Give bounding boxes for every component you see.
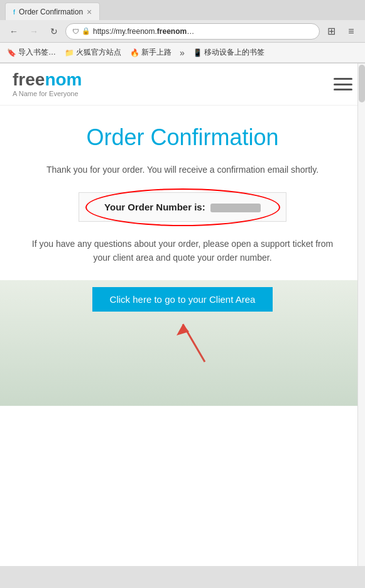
bookmark-label-2: 火狐官方站点 — [76, 47, 121, 58]
page-wrapper: freenom A Name for Everyone Order Confir… — [0, 63, 365, 566]
support-text: If you have any questions about your ord… — [32, 237, 334, 265]
logo-area: freenom A Name for Everyone — [13, 71, 82, 97]
bookmark-icon-2: 📁 — [65, 48, 74, 57]
lock-icon: 🔒 — [82, 27, 90, 35]
active-tab[interactable]: f Order Confirmation × — [5, 3, 100, 20]
hamburger-line-3 — [334, 89, 352, 90]
bookmark-icon-1: 🔖 — [7, 48, 16, 57]
bookmark-icon-4: 📱 — [193, 48, 202, 57]
address-bar[interactable]: 🛡 🔒 https://my.freenom.freenom… — [65, 23, 320, 40]
reload-button[interactable]: ↻ — [45, 23, 63, 40]
bookmark-foxofficial[interactable]: 📁 火狐官方站点 — [62, 46, 124, 59]
tab-close-button[interactable]: × — [87, 7, 92, 17]
bookmark-bar: 🔖 导入书签… 📁 火狐官方站点 🔥 新手上路 » 📱 移动设备上的书签 — [0, 43, 365, 63]
browser-menu-button[interactable]: ⊞ — [322, 23, 340, 40]
shield-icon: 🛡 — [72, 28, 79, 35]
logo-nom: nom — [45, 70, 82, 89]
url-rest: … — [187, 27, 194, 36]
browser-titlebar: ← → ↻ 🛡 🔒 https://my.freenom.freenom… ⊞ … — [0, 20, 365, 43]
back-button[interactable]: ← — [5, 23, 23, 40]
hamburger-line-2 — [334, 84, 352, 85]
scrollbar[interactable] — [357, 63, 365, 566]
order-number-box: Your Order Number is: — [79, 192, 286, 222]
bookmark-import[interactable]: 🔖 导入书签… — [4, 46, 59, 59]
browser-more-button[interactable]: ≡ — [342, 23, 360, 40]
hamburger-line-1 — [334, 78, 352, 80]
order-number-value — [210, 204, 261, 212]
tab-favicon: f — [13, 8, 15, 16]
site-header: freenom A Name for Everyone — [0, 63, 365, 106]
bookmark-mobile[interactable]: 📱 移动设备上的书签 — [190, 46, 268, 59]
browser-chrome: ← → ↻ 🛡 🔒 https://my.freenom.freenom… ⊞ … — [0, 20, 365, 63]
thank-you-text: Thank you for your order. You will recei… — [19, 163, 346, 177]
bookmarks-more-button[interactable]: » — [177, 48, 187, 58]
bookmark-newuser[interactable]: 🔥 新手上路 — [127, 46, 175, 59]
url-domain: freenom — [157, 27, 187, 36]
url-text: https://my.freenom.freenom… — [93, 27, 313, 36]
page-title: Order Confirmation — [19, 124, 346, 151]
bookmark-label-3: 新手上路 — [141, 47, 172, 58]
bookmark-label-4: 移动设备上的书签 — [204, 47, 264, 58]
logo: freenom — [13, 71, 82, 89]
tab-bar: f Order Confirmation × — [0, 0, 365, 20]
tab-title: Order Confirmation — [19, 8, 83, 16]
main-content: Order Confirmation Thank you for your or… — [0, 106, 365, 406]
bookmark-icon-3: 🔥 — [130, 48, 139, 57]
scroll-thumb[interactable] — [359, 65, 365, 102]
url-prefix: https://my.freenom. — [93, 27, 157, 36]
logo-tagline: A Name for Everyone — [13, 90, 82, 97]
bookmark-label-1: 导入书签… — [18, 47, 56, 58]
hamburger-menu[interactable] — [334, 77, 352, 92]
client-area-button[interactable]: Click here to go to your Client Area — [92, 287, 273, 312]
order-label: Your Order Number is: — [104, 202, 205, 212]
logo-free: free — [13, 70, 45, 89]
forward-button[interactable]: → — [25, 23, 43, 40]
